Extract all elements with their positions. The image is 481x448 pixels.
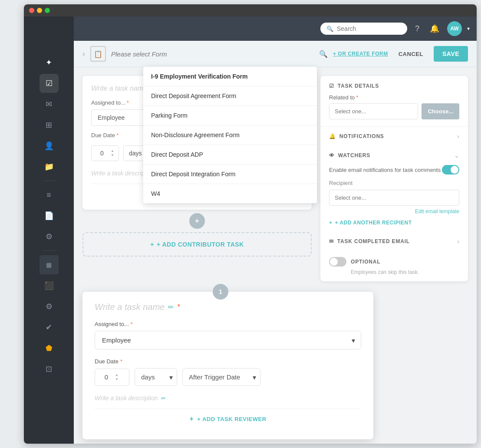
bc-description-area[interactable]: Write a task description ✏ [95,395,361,402]
sidebar-item-widget4[interactable]: ⊡ [40,359,59,379]
form-header: ‹ 📋 🔍 + OR CREATE FORM CANCEL SAVE I-9 E… [74,41,477,67]
task-completed-title: ✉ TASK COMPLETED EMAIL [329,238,410,244]
bottom-task-name-row: Write a task name ✏ * [95,302,361,312]
notifications-section: 🔔 NOTIFICATIONS › [320,127,468,146]
optional-toggle[interactable] [329,257,346,267]
spinner-down-button[interactable]: ▼ [111,154,114,157]
plus-icon: + [150,241,154,248]
sidebar-item-star[interactable]: ✦ [40,53,59,72]
bottom-task-name-placeholder[interactable]: Write a task name [95,302,165,312]
top-nav: HR MENU 🔍 ? 🔔 AW ▾ [24,16,477,41]
sidebar-item-widget3[interactable]: ⚙ [40,297,59,316]
search-box[interactable]: 🔍 [320,23,407,35]
bc-assigned-select[interactable]: Employee Manager HR Admin [95,331,361,349]
email-notify-toggle[interactable] [442,165,459,175]
back-button[interactable]: ‹ [82,49,85,59]
optional-label: OPTIONAL [351,259,380,265]
sidebar-item-doc[interactable]: 📄 [40,206,59,225]
optional-toggle-row: OPTIONAL [329,257,459,267]
dropdown-item[interactable]: Direct Deposit Integration Form [143,165,317,184]
sidebar-item-user[interactable]: 👤 [40,136,59,155]
bc-due-date-label: Due Date * [95,358,361,365]
watchers-section: 👁 WATCHERS ⌄ Enable email notifications … [320,146,468,232]
bc-description-placeholder: Write a task description [95,395,158,402]
search-input[interactable] [337,25,401,32]
email-notify-row: Enable email notifications for task comm… [329,165,459,175]
notifications-chevron-icon[interactable]: › [457,133,459,140]
spinner-up-button[interactable]: ▲ [111,149,114,153]
file-icon: 📋 [94,50,102,58]
bc-trigger-select[interactable]: After Trigger Date Before Trigger Date [182,368,260,386]
required-asterisk: * [177,303,180,312]
search-icon: 🔍 [326,26,333,32]
bc-due-date-number-input[interactable] [100,373,112,381]
dropdown-item[interactable]: Non-Disclosure Agreement Form [143,125,317,145]
avatar[interactable]: AW [447,21,462,36]
bc-plus-icon: + [189,415,194,423]
help-icon[interactable]: ? [412,22,422,36]
due-date-number-box: ▲ ▼ [91,145,119,161]
sidebar-item-calendar[interactable]: ⊞ [40,115,59,135]
add-recipient-button[interactable]: + + ADD ANOTHER RECIPIENT [329,220,459,226]
avatar-chevron-icon[interactable]: ▾ [467,26,470,32]
bc-spinner-up-button[interactable]: ▲ [115,373,119,377]
spinner-buttons: ▲ ▼ [111,149,114,157]
sidebar-item-check[interactable]: ✔ [40,318,59,337]
watchers-chevron-icon[interactable]: ⌄ [454,152,459,159]
form-search-icon[interactable]: 🔍 [319,50,328,58]
sidebar-item-gear[interactable]: ⚙ [40,227,59,246]
sidebar-item-alert[interactable]: ⬟ [40,339,59,358]
watchers-header: 👁 WATCHERS ⌄ [329,152,459,159]
dropdown-item[interactable]: Direct Deposit ADP [143,145,317,165]
bell-icon: 🔔 [329,133,336,139]
panel-card: ☑ TASK DETAILS Related to * [320,76,468,281]
sidebar-item-tasks[interactable]: ☑ [40,74,59,93]
step-plus-circle: + [189,213,205,229]
step-number: 1 [213,284,228,300]
bell-icon[interactable]: 🔔 [427,21,442,36]
dropdown-item[interactable]: W4 [143,184,317,203]
sidebar-item-folder[interactable]: 📁 [40,157,59,176]
email-notify-text: Enable email notifications for task comm… [329,167,441,173]
related-to-label: Related to * Choose... [329,94,459,119]
bc-pencil-icon: ✏ [161,395,165,402]
save-button[interactable]: SAVE [434,46,468,62]
bc-days-select-wrapper: days weeks months ▾ [135,368,177,386]
dropdown-item[interactable]: Parking Form [143,106,317,125]
dropdown-item[interactable]: I-9 Employment Verification Form [143,67,317,86]
bc-assigned-label: Assigned to... * [95,321,361,327]
sidebar-item-mail[interactable]: ✉ [40,95,59,114]
dropdown-item[interactable]: Direct Deposit Agreement Form [143,86,317,106]
sidebar-item-widget2[interactable]: ⬛ [40,276,59,295]
maximize-dot[interactable] [45,8,50,13]
close-dot[interactable] [29,8,34,13]
edit-email-template-link[interactable]: Edit email template [329,208,459,214]
bc-add-task-reviewer-button[interactable]: + + ADD TASK REVIEWER [95,408,361,429]
sidebar-item-list[interactable]: ≡ [40,185,59,204]
sidebar-item-widget1[interactable]: ▦ [40,255,59,274]
task-details-title: ☑ TASK DETAILS [329,83,379,89]
bc-days-select[interactable]: days weeks months [135,368,177,386]
task-completed-chevron-icon[interactable]: › [457,238,459,245]
due-date-number-input[interactable] [96,150,108,157]
task-details-header: ☑ TASK DETAILS [329,83,459,89]
toggle-knob [451,166,458,174]
minimize-dot[interactable] [37,8,42,13]
form-select-input[interactable] [111,50,314,58]
sidebar: ✦ ☑ ✉ ⊞ 👤 📁 ≡ 📄 ⚙ ▦ ⬛ ⚙ ✔ ⬟ ⊡ [24,16,74,444]
add-contributor-task-button[interactable]: + + ADD CONTRIBUTOR TASK [82,232,312,257]
plus-icon: + [329,220,333,226]
bc-due-date-row: ▲ ▼ days weeks months ▾ [95,368,361,386]
notifications-title: 🔔 NOTIFICATIONS [329,133,384,139]
right-panel: ☑ TASK DETAILS Related to * [320,76,468,281]
task-completed-section: ✉ TASK COMPLETED EMAIL › [320,232,468,251]
choose-button[interactable]: Choose... [422,103,459,119]
related-to-input[interactable] [329,103,418,119]
form-dropdown: I-9 Employment Verification Form Direct … [143,67,317,203]
recipient-input[interactable] [329,190,459,206]
cancel-button[interactable]: CANCEL [393,47,428,61]
or-create-form-button[interactable]: + OR CREATE FORM [333,51,388,57]
bc-spinner-down-button[interactable]: ▼ [115,378,119,381]
eye-icon: 👁 [329,152,335,158]
optional-section: OPTIONAL Employees can skip this task. [320,251,468,281]
